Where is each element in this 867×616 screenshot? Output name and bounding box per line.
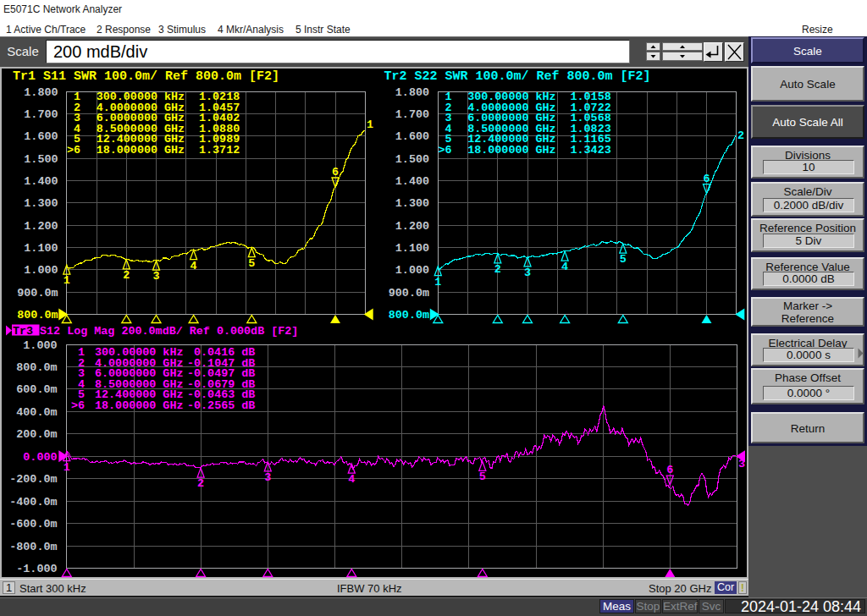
svg-text:18.000000 GHz: 18.000000 GHz — [467, 144, 555, 157]
svg-text:1.300: 1.300 — [24, 197, 58, 210]
svg-text:6: 6 — [666, 464, 673, 476]
svg-text:6: 6 — [703, 173, 710, 185]
svg-text:1.600: 1.600 — [24, 130, 58, 143]
svg-text:5: 5 — [620, 253, 627, 266]
svg-text:1: 1 — [64, 461, 70, 474]
svg-text:200.0m: 200.0m — [16, 428, 57, 441]
svg-text:600.0m: 600.0m — [16, 383, 57, 396]
svg-text:800.0m: 800.0m — [17, 309, 58, 322]
svg-text:1: 1 — [64, 274, 70, 287]
svg-text:Tr2 S22 SWR 100.0m/ Ref 800.0m: Tr2 S22 SWR 100.0m/ Ref 800.0m [F2] — [384, 69, 651, 84]
svg-text:1.700: 1.700 — [395, 108, 429, 121]
svg-text:900.0m: 900.0m — [17, 287, 58, 300]
svg-text:800.0m: 800.0m — [389, 309, 429, 322]
svg-text:1.500: 1.500 — [24, 153, 58, 166]
svg-text:3: 3 — [264, 471, 271, 484]
svg-text:1.200: 1.200 — [395, 220, 429, 233]
svg-text:Tr1 S11 SWR 100.0m/ Ref 800.0m: Tr1 S11 SWR 100.0m/ Ref 800.0m [F2] — [13, 69, 279, 84]
svg-text:3: 3 — [152, 270, 159, 283]
svg-text:2: 2 — [197, 477, 204, 490]
svg-text:4: 4 — [561, 261, 568, 273]
svg-text:900.0m: 900.0m — [389, 287, 429, 300]
svg-text:1.000: 1.000 — [395, 264, 429, 277]
svg-text:-1.000: -1.000 — [16, 563, 57, 575]
svg-text:3: 3 — [524, 267, 531, 279]
svg-text:4: 4 — [348, 473, 355, 486]
svg-text:Tr3: Tr3 — [13, 325, 33, 338]
svg-text:1.600: 1.600 — [395, 130, 429, 143]
svg-text:1.000: 1.000 — [24, 264, 58, 277]
svg-text:1.800: 1.800 — [395, 86, 429, 99]
svg-text:1: 1 — [367, 118, 373, 131]
svg-text:-200.0m: -200.0m — [9, 473, 57, 486]
svg-text:1.100: 1.100 — [24, 242, 58, 255]
svg-text:-0.2565 dB: -0.2565 dB — [187, 399, 255, 412]
svg-text:>6: >6 — [438, 144, 451, 157]
svg-text:400.0m: 400.0m — [16, 406, 57, 419]
svg-text:800.0m: 800.0m — [16, 361, 57, 374]
svg-text:1.000: 1.000 — [23, 339, 57, 352]
svg-text:1.700: 1.700 — [24, 108, 58, 121]
svg-text:1.100: 1.100 — [395, 242, 429, 255]
svg-text:1.3712: 1.3712 — [199, 144, 240, 157]
svg-text:1.800: 1.800 — [24, 86, 58, 99]
svg-text:-800.0m: -800.0m — [9, 541, 57, 553]
svg-text:2: 2 — [737, 129, 744, 142]
svg-text:-400.0m: -400.0m — [9, 496, 57, 509]
svg-text:>6: >6 — [67, 144, 80, 157]
svg-text:2: 2 — [494, 263, 501, 276]
svg-text:5: 5 — [479, 470, 486, 483]
svg-text:-600.0m: -600.0m — [9, 518, 57, 531]
svg-text:>6: >6 — [71, 399, 85, 412]
svg-text:1.200: 1.200 — [24, 220, 58, 233]
svg-text:1.300: 1.300 — [395, 197, 429, 210]
svg-text:18.000000 GHz: 18.000000 GHz — [95, 399, 183, 412]
svg-text:5: 5 — [248, 257, 255, 270]
svg-text:1.500: 1.500 — [395, 153, 429, 166]
svg-text:6: 6 — [332, 166, 339, 179]
svg-text:0.000: 0.000 — [23, 451, 57, 464]
svg-text:S12 Log Mag 200.0mdB/ Ref 0.00: S12 Log Mag 200.0mdB/ Ref 0.000dB [F2] — [40, 325, 298, 338]
svg-text:4: 4 — [191, 260, 197, 272]
svg-text:2: 2 — [123, 269, 130, 282]
svg-text:1.400: 1.400 — [395, 175, 429, 188]
svg-text:1.400: 1.400 — [24, 175, 58, 188]
svg-text:1.3423: 1.3423 — [571, 144, 611, 157]
svg-text:1: 1 — [434, 276, 441, 289]
svg-text:18.000000 GHz: 18.000000 GHz — [97, 144, 185, 157]
